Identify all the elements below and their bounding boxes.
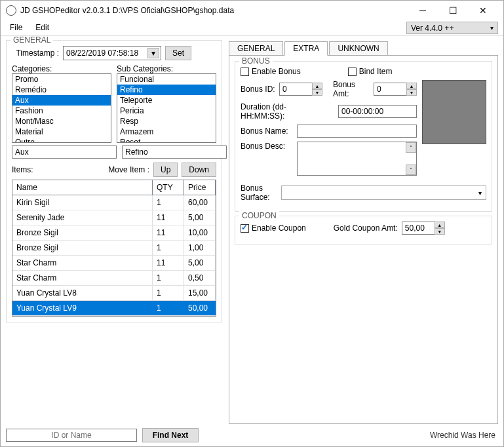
subcategory-item[interactable]: Pericia: [117, 106, 216, 116]
subcategories-listbox[interactable]: FuncionalRefinoTeleportePericiaRespArmaz…: [117, 73, 216, 143]
subcategory-value-input[interactable]: [122, 146, 227, 159]
col-header-price[interactable]: Price: [184, 180, 216, 195]
cell-price: 10,00: [184, 225, 216, 240]
table-row[interactable]: Yuan Crystal LV9150,00: [12, 301, 216, 316]
bonus-group: BONUS Enable Bonus Bind Item: [235, 61, 492, 212]
cell-price: 5,00: [184, 256, 216, 270]
bonus-group-title: BONUS: [239, 56, 273, 66]
footer: Find Next Wrechid Was Here: [1, 424, 503, 446]
duration-label: Duration (dd-HH:MM:SS):: [241, 102, 330, 121]
menu-edit[interactable]: Edit: [29, 20, 56, 35]
move-down-button[interactable]: Down: [182, 163, 216, 177]
col-header-name[interactable]: Name: [12, 180, 153, 195]
chevron-down-icon: ▾: [478, 189, 482, 197]
timestamp-input[interactable]: 08/22/2019 07:58:18 ▾: [63, 46, 161, 60]
bonus-amt-spinner[interactable]: ▲▼: [374, 83, 417, 96]
spin-down-icon[interactable]: ▼: [435, 228, 445, 235]
bonus-amt-input[interactable]: [374, 83, 406, 96]
category-item[interactable]: Material: [12, 126, 111, 137]
bind-item-checkbox[interactable]: Bind Item: [348, 67, 393, 76]
cell-price: 50,00: [184, 301, 216, 315]
category-item[interactable]: Mont/Masc: [12, 116, 111, 126]
tab-general[interactable]: GENERAL: [229, 41, 283, 56]
gold-coupon-input[interactable]: [402, 222, 435, 235]
cell-name: Kirin Sigil: [12, 195, 153, 210]
tab-unknown[interactable]: UNKNOWN: [329, 41, 387, 56]
search-input[interactable]: [6, 429, 137, 442]
spin-up-icon[interactable]: ▲: [435, 222, 445, 228]
category-item[interactable]: Fashion: [12, 106, 111, 116]
bonus-image-preview: [422, 80, 486, 144]
category-item[interactable]: Remédio: [12, 85, 111, 95]
spin-down-icon[interactable]: ▼: [312, 89, 322, 96]
bonus-amt-label: Bonus Amt:: [333, 80, 370, 98]
col-header-qty[interactable]: QTY: [153, 180, 184, 195]
general-group: GENERAL Timestamp : 08/22/2019 07:58:18 …: [6, 40, 222, 322]
menu-file[interactable]: File: [3, 20, 29, 35]
items-table[interactable]: Name QTY Price Kirin Sigil160,00Serenity…: [12, 180, 216, 317]
subcategory-item[interactable]: Armazem: [117, 126, 216, 137]
window-controls: ─ ☐ ✕: [408, 1, 498, 20]
enable-bonus-checkbox[interactable]: Enable Bonus: [241, 67, 301, 76]
move-up-button[interactable]: Up: [153, 163, 178, 177]
bonus-name-label: Bonus Name:: [241, 126, 293, 136]
subcategory-item[interactable]: Refino: [117, 85, 216, 95]
close-button[interactable]: ✕: [468, 1, 498, 20]
category-item[interactable]: Outro: [12, 137, 111, 143]
cell-qty: 11: [153, 210, 184, 225]
table-row[interactable]: Kirin Sigil160,00: [12, 195, 216, 210]
tab-extra[interactable]: EXTRA: [284, 41, 328, 56]
bonus-desc-textarea[interactable]: ˄ ˅: [297, 142, 417, 176]
find-next-button[interactable]: Find Next: [142, 428, 199, 442]
category-item[interactable]: Promo: [12, 74, 111, 85]
bonus-id-input[interactable]: [279, 83, 312, 96]
gold-coupon-label: Gold Coupon Amt:: [334, 224, 398, 233]
cell-qty: 1: [153, 271, 184, 285]
set-button[interactable]: Set: [165, 46, 191, 60]
table-row[interactable]: Serenity Jade115,00: [12, 210, 216, 225]
category-value-input[interactable]: [12, 146, 117, 159]
bind-item-label: Bind Item: [359, 67, 393, 76]
table-row[interactable]: Yuan Crystal LV8115,00: [12, 286, 216, 301]
subcategory-item[interactable]: Funcional: [117, 74, 216, 85]
cell-qty: 1: [153, 241, 184, 255]
spin-down-icon[interactable]: ▼: [406, 89, 417, 96]
items-label: Items:: [12, 165, 33, 174]
version-dropdown[interactable]: Ver 4.4.0 ++ ▾: [406, 22, 498, 34]
cell-name: Star Charm: [12, 271, 153, 285]
spin-up-icon[interactable]: ▲: [312, 83, 322, 89]
category-item[interactable]: Aux: [12, 95, 111, 106]
scroll-up-icon[interactable]: ˄: [406, 142, 416, 153]
bonus-name-input[interactable]: [297, 125, 417, 138]
cell-qty: 1: [153, 286, 184, 300]
duration-input[interactable]: [338, 105, 417, 118]
bonus-surface-dropdown[interactable]: ▾: [281, 185, 486, 200]
subcategory-item[interactable]: Reset: [117, 137, 216, 143]
menubar: File Edit Ver 4.4.0 ++ ▾: [1, 20, 503, 36]
enable-coupon-checkbox[interactable]: Enable Coupon: [241, 224, 306, 233]
bonus-id-spinner[interactable]: ▲▼: [279, 83, 322, 96]
spin-up-icon[interactable]: ▲: [406, 83, 417, 89]
cell-qty: 1: [153, 195, 184, 210]
categories-listbox[interactable]: PromoRemédioAuxFashionMont/MascMaterialO…: [12, 73, 111, 143]
maximize-button[interactable]: ☐: [438, 1, 468, 20]
bonus-surface-label: Bonus Surface:: [241, 184, 277, 202]
cell-name: Star Charm: [12, 256, 153, 270]
version-value: Ver 4.4.0 ++: [411, 24, 454, 33]
table-row[interactable]: Bronze Sigil11,00: [12, 241, 216, 256]
coupon-group-title: COUPON: [239, 211, 279, 220]
table-row[interactable]: Star Charm115,00: [12, 256, 216, 271]
minimize-button[interactable]: ─: [408, 1, 438, 20]
credits-label: Wrechid Was Here: [430, 431, 498, 440]
subcategory-item[interactable]: Teleporte: [117, 95, 216, 106]
cell-price: 60,00: [184, 195, 216, 210]
gold-coupon-spinner[interactable]: ▲▼: [402, 222, 445, 235]
subcategory-item[interactable]: Resp: [117, 116, 216, 126]
app-icon: [6, 5, 16, 16]
cell-name: Bronze Sigil: [12, 241, 153, 255]
table-row[interactable]: Star Charm10,50: [12, 271, 216, 286]
cell-price: 5,00: [184, 210, 216, 225]
table-row[interactable]: Bronze Sigil1110,00: [12, 225, 216, 241]
calendar-icon[interactable]: ▾: [147, 48, 159, 58]
scroll-down-icon[interactable]: ˅: [406, 165, 416, 175]
